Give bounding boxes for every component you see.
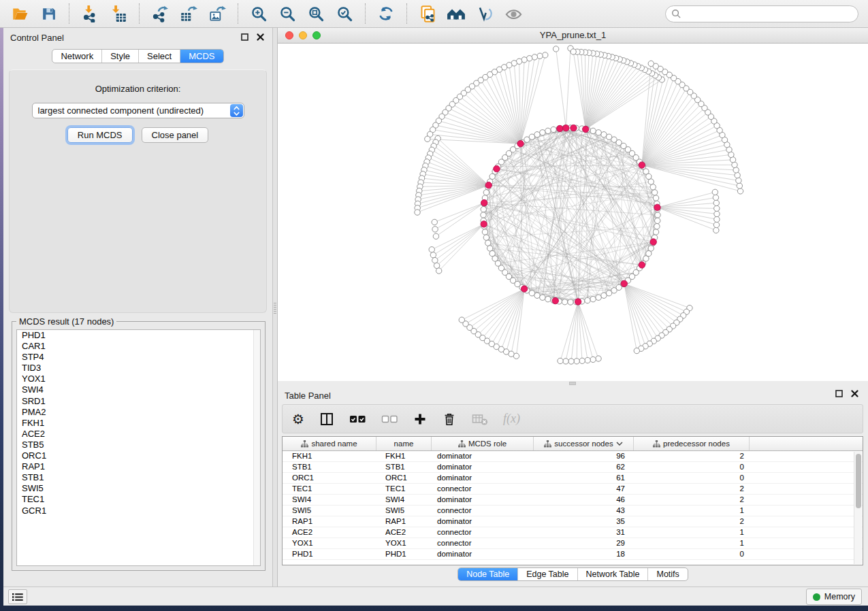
table-cell[interactable]: SWI5 [283, 506, 376, 516]
criterion-dropdown[interactable]: largest connected component (undirected) [32, 103, 244, 118]
table-cell[interactable]: STB1 [376, 462, 432, 472]
table-cell[interactable]: YOX1 [376, 538, 432, 548]
splitter-grip[interactable] [569, 382, 576, 385]
table-row[interactable]: TEC1TEC1connector472 [283, 484, 863, 495]
graph-node[interactable] [545, 296, 551, 301]
graph-mcds-node[interactable] [481, 221, 487, 227]
graph-leaf-node[interactable] [537, 53, 543, 59]
mcds-result-item[interactable]: PHD1 [17, 330, 260, 341]
table-cell[interactable]: ORC1 [283, 473, 376, 483]
table-cell[interactable]: FKH1 [283, 451, 376, 461]
table-cell[interactable]: 2 [634, 495, 750, 505]
mcds-result-item[interactable]: YOX1 [17, 374, 260, 384]
table-cell[interactable]: RAP1 [376, 516, 432, 527]
network-graph[interactable] [278, 44, 868, 381]
graph-leaf-node[interactable] [574, 359, 579, 364]
graph-mcds-node[interactable] [575, 299, 581, 305]
table-row[interactable]: PHD1PHD1dominator180 [283, 549, 863, 560]
toggle-columns-button[interactable] [319, 409, 334, 429]
select-all-button[interactable] [349, 409, 366, 429]
graph-leaf-node[interactable] [459, 317, 464, 323]
graph-node[interactable] [568, 299, 573, 305]
graph-node[interactable] [487, 246, 493, 251]
mcds-result-item[interactable]: SWI5 [17, 483, 260, 494]
graph-leaf-node[interactable] [736, 178, 741, 183]
graph-leaf-node[interactable] [432, 257, 438, 263]
table-cell[interactable]: SWI5 [376, 506, 432, 516]
window-minimize-icon[interactable] [299, 31, 307, 39]
graph-node[interactable] [540, 295, 545, 300]
vertical-splitter[interactable] [273, 28, 278, 587]
list-scrollbar[interactable] [253, 330, 260, 565]
mcds-result-item[interactable]: STP4 [17, 352, 260, 363]
graph-leaf-node[interactable] [415, 210, 420, 215]
node-table[interactable]: shared namenameMCDS rolesuccessor nodesp… [282, 436, 863, 565]
graph-node[interactable] [483, 235, 489, 240]
mcds-result-item[interactable]: CAR1 [17, 341, 260, 352]
graph-node[interactable] [481, 206, 486, 212]
graph-node[interactable] [655, 218, 660, 223]
save-session-button[interactable] [37, 3, 60, 24]
table-row[interactable]: ORC1ORC1dominator610 [283, 473, 863, 484]
scrollbar-thumb[interactable] [856, 454, 861, 508]
table-cell[interactable]: 62 [534, 462, 634, 472]
table-cell[interactable]: connector [432, 527, 534, 538]
show-hide-panel-button[interactable] [502, 3, 525, 24]
network-analyzer-button[interactable] [445, 3, 468, 24]
table-cell[interactable]: dominator [432, 495, 534, 505]
graph-leaf-node[interactable] [735, 172, 740, 178]
graph-leaf-node[interactable] [570, 49, 576, 54]
graph-mcds-node[interactable] [570, 125, 577, 131]
graph-leaf-node[interactable] [590, 357, 596, 362]
add-column-button[interactable] [413, 409, 427, 429]
graph-node[interactable] [585, 297, 590, 303]
graph-mcds-node[interactable] [485, 182, 492, 188]
graph-node[interactable] [489, 174, 495, 179]
splitter-grip[interactable] [274, 303, 276, 314]
float-panel-icon[interactable] [241, 33, 248, 41]
graph-node[interactable] [648, 246, 654, 251]
graph-node[interactable] [562, 299, 567, 305]
table-row[interactable]: YOX1YOX1connector291 [283, 538, 863, 549]
column-header-successor-nodes[interactable]: successor nodes [534, 437, 634, 450]
table-cell[interactable]: FKH1 [376, 451, 432, 461]
table-cell[interactable]: PHD1 [283, 549, 376, 559]
table-cell[interactable]: ORC1 [376, 473, 432, 483]
export-image-button[interactable] [206, 3, 229, 24]
table-cell[interactable]: 0 [634, 473, 750, 483]
task-history-button[interactable] [8, 589, 27, 604]
graph-leaf-node[interactable] [432, 227, 438, 232]
graph-leaf-node[interactable] [563, 359, 568, 364]
tab-mcds[interactable]: MCDS [180, 50, 223, 63]
graph-mcds-node[interactable] [583, 126, 589, 132]
zoom-selected-button[interactable] [333, 3, 356, 24]
graph-leaf-node[interactable] [429, 247, 434, 252]
close-panel-icon[interactable] [851, 390, 858, 397]
close-panel-button[interactable]: Close panel [142, 127, 209, 143]
graph-node[interactable] [551, 127, 556, 132]
graph-leaf-node[interactable] [434, 263, 439, 268]
graph-node[interactable] [653, 195, 658, 201]
graph-node[interactable] [534, 293, 540, 298]
graph-mcds-node[interactable] [552, 297, 558, 303]
column-header-predecessor-nodes[interactable]: predecessor nodes [634, 437, 750, 450]
table-cell[interactable]: connector [432, 506, 534, 516]
horizontal-splitter[interactable] [278, 381, 868, 386]
table-cell[interactable]: 0 [634, 462, 750, 472]
graph-node[interactable] [648, 179, 654, 184]
table-cell[interactable]: 18 [534, 549, 634, 559]
apply-layout-button[interactable] [374, 3, 398, 24]
export-table-button[interactable] [177, 3, 200, 24]
run-mcds-button[interactable]: Run MCDS [67, 127, 133, 143]
graph-mcds-node[interactable] [654, 204, 660, 210]
graph-mcds-node[interactable] [494, 165, 500, 171]
graph-leaf-node[interactable] [432, 219, 437, 225]
window-close-icon[interactable] [285, 31, 293, 39]
graph-node[interactable] [601, 132, 607, 137]
table-tab-edge-table[interactable]: Edge Table [517, 568, 577, 580]
graph-leaf-node[interactable] [713, 195, 718, 200]
graph-leaf-node[interactable] [579, 358, 585, 363]
graph-leaf-node[interactable] [425, 136, 430, 142]
graph-node[interactable] [540, 130, 545, 135]
column-header-shared-name[interactable]: shared name [283, 437, 376, 450]
